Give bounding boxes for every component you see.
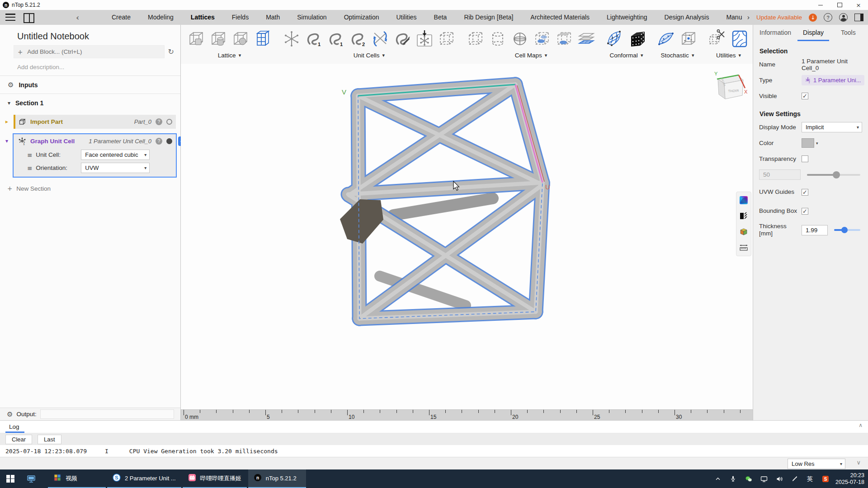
sidebar-toggle-icon[interactable]: [24, 13, 34, 23]
minimize-button[interactable]: [811, 0, 830, 10]
graph-unit-cell-collapse-icon[interactable]: ▾: [5, 138, 8, 144]
transparency-value-input[interactable]: 50: [759, 169, 801, 180]
log-scroll-up-icon[interactable]: ∧: [859, 422, 863, 428]
view-cube[interactable]: Y X RIGHT FRONT: [711, 69, 749, 103]
transparency-checkbox[interactable]: [802, 155, 808, 162]
orientation-dropdown[interactable]: UVW ▾: [81, 163, 150, 173]
microphone-icon[interactable]: [729, 475, 737, 483]
tab-display[interactable]: Display: [797, 29, 829, 41]
section-view-tool-icon[interactable]: [739, 211, 748, 221]
unit-cell-dropdown[interactable]: Face centered cubic ▾: [81, 150, 150, 160]
menu-item-beta[interactable]: Beta: [425, 10, 456, 25]
menu-item-optimization[interactable]: Optimization: [335, 10, 388, 25]
import-part-expand-icon[interactable]: ▸: [5, 118, 8, 125]
stochastic-surface-icon[interactable]: [656, 28, 677, 49]
menu-item-rib-design-beta[interactable]: Rib Design [Beta]: [455, 10, 522, 25]
viewport-3d[interactable]: V U Y X RIGHT FRONT: [181, 64, 753, 409]
block-import-part[interactable]: ▸ Import Part Part_0 ?: [14, 115, 176, 129]
section-collapse-icon[interactable]: ▾: [8, 100, 10, 106]
toolbar-group-label-stochastic[interactable]: Stochastic▾: [661, 52, 694, 59]
ribbon-scroll-left-icon[interactable]: ‹: [76, 10, 79, 25]
unit-cell-local-map-icon[interactable]: [436, 28, 457, 49]
model-canvas[interactable]: V U: [181, 64, 753, 409]
toolbar-group-label-utilities[interactable]: Utilities▾: [716, 52, 741, 59]
toolbar-group-label-cell-maps[interactable]: Cell Maps▾: [515, 52, 547, 59]
stochastic-volume-icon[interactable]: [678, 28, 699, 49]
tpms-unit-cell-1-icon[interactable]: 1: [303, 28, 324, 49]
volume-lattice-sphere-icon[interactable]: [230, 28, 251, 49]
volume-cell-map-1-icon[interactable]: [532, 28, 552, 49]
start-button[interactable]: [0, 469, 21, 488]
graph-unit-cell-help-icon[interactable]: ?: [156, 138, 162, 145]
log-last-button[interactable]: Last: [38, 435, 61, 444]
conformal-volume-icon[interactable]: [627, 28, 648, 49]
section-1-header[interactable]: ▾ Section 1: [0, 94, 180, 112]
help-icon[interactable]: ?: [824, 13, 832, 22]
measure-tool-icon[interactable]: [739, 243, 748, 252]
ime-language-icon[interactable]: 英: [806, 475, 814, 483]
tab-information[interactable]: Information: [760, 29, 791, 41]
hidden-icons-icon[interactable]: [714, 475, 722, 483]
thickness-value-input[interactable]: 1.99: [802, 225, 828, 235]
panel-layout-icon[interactable]: [854, 14, 863, 21]
walled-tpms-unit-cell-2-icon[interactable]: 2: [348, 28, 368, 49]
menu-item-modeling[interactable]: Modeling: [139, 10, 182, 25]
conformal-cell-map-icon[interactable]: [605, 28, 626, 49]
orientation-cube-tool-icon[interactable]: [739, 227, 748, 236]
refresh-icon[interactable]: ↻: [168, 47, 174, 56]
voronoi-lattice-icon[interactable]: [729, 28, 750, 49]
display-cast-icon[interactable]: [760, 475, 768, 483]
import-part-help-icon[interactable]: ?: [156, 118, 162, 125]
volume-lattice-cylinder-icon[interactable]: [208, 28, 229, 49]
new-section-button[interactable]: + New Section: [7, 185, 180, 192]
account-icon[interactable]: [839, 13, 848, 22]
sogou-input-icon[interactable]: S: [821, 475, 829, 483]
graph-unit-cell-status-icon[interactable]: [166, 138, 172, 144]
toolbar-group-label-unit-cells[interactable]: Unit Cells▾: [354, 52, 385, 59]
spherical-cell-map-icon[interactable]: [509, 28, 530, 49]
inputs-section-header[interactable]: ⚙ Inputs: [0, 76, 180, 94]
output-input[interactable]: [40, 409, 174, 419]
ribbon-scroll-right-icon[interactable]: ›: [747, 14, 750, 22]
menu-item-design-analysis[interactable]: Design Analysis: [656, 10, 718, 25]
menu-item-utilities[interactable]: Utilities: [387, 10, 425, 25]
volume-cell-map-2-icon[interactable]: [554, 28, 575, 49]
cylindrical-cell-map-icon[interactable]: [487, 28, 508, 49]
chevron-down-icon[interactable]: ▾: [816, 141, 818, 145]
color-swatch[interactable]: [802, 138, 814, 148]
menu-item-lightweighting[interactable]: Lightweighting: [598, 10, 656, 25]
taskbar-item-ntop-notebook-file[interactable]: S2 Parameter Unit ...: [107, 469, 181, 488]
swap-unit-cell-icon[interactable]: [370, 28, 391, 49]
pen-input-icon[interactable]: [791, 475, 798, 483]
maximize-button[interactable]: [830, 0, 849, 10]
log-clear-button[interactable]: Clear: [5, 435, 32, 444]
volume-lattice-box-icon[interactable]: [186, 28, 207, 49]
taskbar-item-ntop-app[interactable]: nnTop 5.21.2: [248, 469, 306, 488]
display-mode-dropdown[interactable]: Implicit ▾: [802, 122, 862, 132]
fill-lattice-icon[interactable]: [252, 28, 273, 49]
toolbar-group-label-lattice[interactable]: Lattice▾: [218, 52, 241, 59]
menu-item-architected-materials[interactable]: Architected Materials: [522, 10, 598, 25]
menu-item-create[interactable]: Create: [103, 10, 139, 25]
menu-item-manufacturing-truncated[interactable]: Manu: [717, 10, 750, 25]
hamburger-menu-icon[interactable]: [5, 14, 15, 21]
edit-unit-cell-icon[interactable]: [392, 28, 413, 49]
trim-lattice-icon[interactable]: [707, 28, 728, 49]
log-scroll-down-icon[interactable]: ∨: [856, 459, 861, 466]
tab-tools[interactable]: Tools: [841, 29, 856, 41]
uvw-guides-checkbox[interactable]: ✓: [802, 189, 808, 196]
rectangular-cell-map-icon[interactable]: [465, 28, 486, 49]
close-button[interactable]: ×: [849, 0, 868, 10]
block-graph-unit-cell[interactable]: ▾ 1 Graph Unit Cell 1 Parameter Unit Cel…: [13, 133, 177, 178]
taskbar-clock[interactable]: 20:23 2025-07-18: [834, 469, 868, 488]
colormap-tool-icon[interactable]: [739, 196, 748, 205]
menu-item-lattices[interactable]: Lattices: [182, 10, 223, 25]
surface-cell-map-icon[interactable]: [576, 28, 597, 49]
notebook-title[interactable]: Untitled Notebook: [17, 31, 180, 42]
notebook-description-placeholder[interactable]: Add description...: [17, 64, 180, 70]
taskbar-item-video-folder[interactable]: 视频: [48, 469, 106, 488]
bounding-box-checkbox[interactable]: ✓: [802, 208, 808, 215]
transparency-slider[interactable]: [807, 174, 860, 176]
tab-log[interactable]: Log: [9, 423, 19, 430]
graph-unit-cell-icon[interactable]: [281, 28, 302, 49]
